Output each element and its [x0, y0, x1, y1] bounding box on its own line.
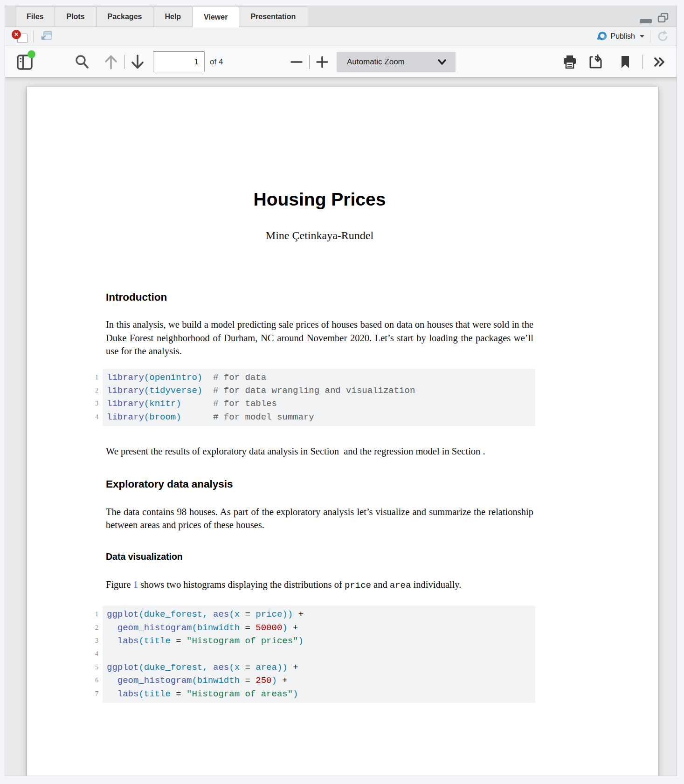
- text-segment: Figure: [106, 579, 133, 590]
- code-line: 2library(tidyverse) # for data wrangling…: [107, 384, 535, 397]
- text-segment: +: [293, 609, 304, 619]
- code-line: 5ggplot(duke_forest, aes(x = area)) +: [107, 661, 535, 674]
- text-segment: (binwidth: [192, 675, 240, 686]
- publish-caret-icon: [640, 35, 644, 38]
- tab-presentation-label: Presentation: [250, 13, 296, 21]
- text-segment: ggplot: [107, 662, 138, 673]
- tab-packages-label: Packages: [108, 13, 142, 21]
- code-line-text: ggplot(duke_forest, aes(x = area)) +: [107, 662, 298, 673]
- tab-plots[interactable]: Plots: [55, 6, 96, 27]
- refresh-icon[interactable]: [656, 29, 670, 43]
- text-segment: ggplot: [107, 609, 138, 619]
- page-down-icon[interactable]: [130, 53, 145, 71]
- code-line: 1ggplot(duke_forest, aes(x = price)) +: [107, 608, 535, 621]
- bookmark-icon[interactable]: [620, 55, 630, 69]
- text-segment: (x: [229, 662, 240, 673]
- tab-presentation[interactable]: Presentation: [239, 6, 307, 27]
- publish-button[interactable]: Publish: [596, 31, 644, 42]
- text-segment: labs: [117, 689, 139, 699]
- code-block-ggplot: 1ggplot(duke_forest, aes(x = price)) +2 …: [103, 605, 535, 703]
- close-x-icon: ✕: [12, 30, 21, 39]
- download-icon[interactable]: [588, 54, 603, 70]
- text-segment: # for tables: [181, 399, 277, 409]
- tab-files-label: Files: [27, 13, 43, 21]
- tab-viewer[interactable]: Viewer: [192, 6, 239, 28]
- code-line-text: labs(title = "Histogram of prices"): [107, 636, 304, 646]
- pdf-viewer-area[interactable]: Housing Prices Mine Çetinkaya-Rundel Int…: [5, 77, 677, 776]
- pdf-toolbar: of 4 Automatic Zoom: [5, 46, 677, 77]
- sidebar-toggle-icon[interactable]: [16, 54, 34, 70]
- subsection-heading-data-visualization: Data visualization: [106, 551, 533, 562]
- figure-reference-link[interactable]: 1: [133, 579, 138, 590]
- code-line-text: geom_histogram(binwidth = 50000) +: [107, 623, 298, 633]
- text-segment: individually.: [411, 579, 461, 590]
- text-segment: (binwidth: [192, 623, 240, 633]
- toolbar-separator: [642, 55, 643, 69]
- code-line: 4library(broom) # for model summary: [107, 411, 535, 424]
- text-segment: =: [240, 675, 256, 686]
- code-line-number: 6: [87, 674, 98, 687]
- code-line-number: 3: [87, 634, 98, 647]
- code-line-text: library(broom) # for model summary: [107, 412, 314, 422]
- text-segment: (duke_forest,: [138, 662, 213, 673]
- text-segment: (knitr): [144, 399, 181, 409]
- pane-tab-strip: Files Plots Packages Help Viewer Present…: [5, 6, 677, 27]
- publish-label: Publish: [611, 32, 635, 41]
- code-line-text: geom_histogram(binwidth = 250) +: [107, 675, 288, 686]
- print-icon[interactable]: [562, 54, 577, 70]
- text-segment: geom_histogram: [117, 623, 192, 633]
- code-line: 4: [107, 647, 535, 660]
- pdf-toolbar-left: of 4: [16, 46, 223, 77]
- code-line-number: 7: [87, 688, 98, 701]
- text-segment: +: [288, 623, 298, 633]
- open-in-new-window-icon[interactable]: [39, 30, 53, 42]
- section-heading-introduction: Introduction: [106, 291, 533, 303]
- code-line-text: labs(title = "Histogram of areas"): [107, 689, 298, 699]
- zoom-select[interactable]: Automatic Zoom: [337, 52, 456, 72]
- text-segment: area)): [256, 662, 287, 673]
- minimize-icon[interactable]: [639, 18, 652, 24]
- code-line-text: library(openintro) # for data: [107, 372, 266, 383]
- page-number-input[interactable]: [153, 51, 205, 72]
- text-segment: +: [277, 675, 288, 686]
- code-line-number: 1: [87, 371, 98, 384]
- text-segment: =: [171, 689, 187, 699]
- viewer-pane: Files Plots Packages Help Viewer Present…: [5, 6, 677, 776]
- tab-files[interactable]: Files: [15, 6, 55, 27]
- text-segment: # for data wrangling and visualization: [202, 385, 415, 396]
- code-line-number: 1: [87, 608, 98, 621]
- tab-help[interactable]: Help: [153, 6, 193, 27]
- code-line-text: library(tidyverse) # for data wrangling …: [107, 385, 415, 396]
- text-segment: (duke_forest,: [138, 609, 213, 619]
- text-segment: 250: [256, 675, 271, 686]
- text-segment: library: [107, 385, 144, 396]
- code-line-number: 3: [87, 397, 98, 410]
- sidebar-status-dot: [28, 50, 35, 58]
- text-segment: =: [240, 623, 256, 633]
- document-title: Housing Prices: [106, 189, 533, 210]
- text-segment: shows two histograms displaying the dist…: [138, 579, 345, 590]
- stop-close-icon[interactable]: ✕: [12, 30, 28, 43]
- maximize-icon[interactable]: [657, 13, 669, 24]
- pane-window-controls: [639, 13, 669, 24]
- pdf-toolbar-right: [562, 46, 667, 77]
- code-line: 3 labs(title = "Histogram of prices"): [107, 634, 535, 647]
- more-tools-icon[interactable]: [652, 55, 667, 69]
- publish-icon: [596, 31, 608, 42]
- tab-packages[interactable]: Packages: [96, 6, 154, 27]
- search-icon[interactable]: [73, 53, 91, 71]
- code-line-number: 4: [87, 411, 98, 424]
- toolbar-separator: [650, 30, 650, 42]
- zoom-out-icon[interactable]: [290, 55, 304, 69]
- text-segment: area: [390, 580, 411, 591]
- code-line: 7 labs(title = "Histogram of areas"): [107, 688, 535, 701]
- text-segment: +: [288, 662, 298, 673]
- zoom-in-icon[interactable]: [315, 55, 329, 69]
- text-segment: price: [345, 580, 371, 591]
- text-segment: (x: [229, 609, 240, 619]
- page-up-icon[interactable]: [104, 53, 118, 71]
- text-segment: library: [107, 399, 144, 409]
- pdf-page: Housing Prices Mine Çetinkaya-Rundel Int…: [27, 87, 658, 776]
- eda-paragraph: The data contains 98 houses. As part of …: [106, 505, 533, 532]
- text-segment: "Histogram of areas": [187, 689, 293, 699]
